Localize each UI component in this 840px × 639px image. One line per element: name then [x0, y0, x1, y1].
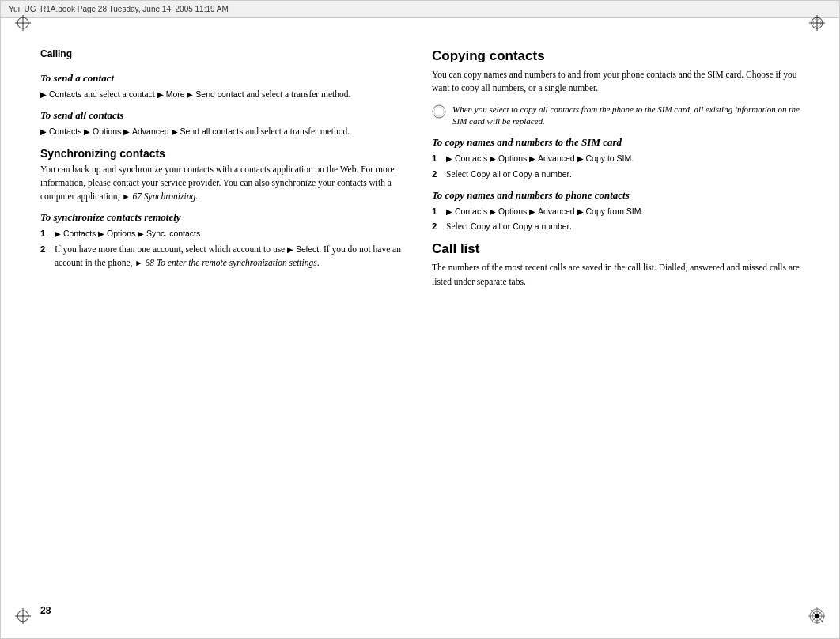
section-send-contact: To send a contact ▶ Contacts and select …	[40, 72, 408, 101]
sync-step-1: 1 ▶ Contacts ▶ Options ▶ Sync. contacts.	[40, 227, 408, 240]
copying-contacts-body: You can copy names and numbers to and fr…	[432, 68, 800, 96]
copy-from-sim-step-1: 1 ▶ Contacts ▶ Options ▶ Advanced ▶ Copy…	[432, 205, 800, 218]
section-synchronizing: Synchronizing contacts You can back up a…	[40, 147, 408, 204]
section-copy-from-sim: To copy names and numbers to phone conta…	[432, 189, 800, 234]
copy-to-sim-list: 1 ▶ Contacts ▶ Options ▶ Advanced ▶ Copy…	[432, 152, 800, 181]
synchronizing-title: Synchronizing contacts	[40, 147, 408, 160]
content-area: Calling To send a contact ▶ Contacts and…	[40, 25, 800, 599]
copy-from-sim-step-2: 2 Select Copy all or Copy a number.	[432, 220, 800, 233]
svg-point-17	[433, 105, 445, 118]
synchronizing-body: You can back up and synchronize your con…	[40, 163, 408, 204]
sync-remotely-list: 1 ▶ Contacts ▶ Options ▶ Sync. contacts.…	[40, 227, 408, 270]
copy-to-sim-step-1: 1 ▶ Contacts ▶ Options ▶ Advanced ▶ Copy…	[432, 152, 800, 165]
send-contact-body: ▶ Contacts and select a contact ▶ More ▶…	[40, 88, 408, 101]
copy-to-sim-step-2: 2 Select Copy all or Copy a number.	[432, 168, 800, 181]
left-column: Calling To send a contact ▶ Contacts and…	[40, 25, 408, 599]
send-all-contacts-title: To send all contacts	[40, 109, 408, 122]
call-list-body: The numbers of the most recent calls are…	[432, 261, 800, 289]
sync-remotely-title: To synchronize contacts remotely	[40, 211, 408, 224]
section-send-all-contacts: To send all contacts ▶ Contacts ▶ Option…	[40, 109, 408, 138]
section-copying-contacts: Copying contacts You can copy names and …	[432, 48, 800, 96]
send-all-contacts-body: ▶ Contacts ▶ Options ▶ Advanced ▶ Send a…	[40, 125, 408, 138]
header-bar: Yui_UG_R1A.book Page 28 Tuesday, June 14…	[1, 1, 839, 18]
page-container: Yui_UG_R1A.book Page 28 Tuesday, June 14…	[0, 0, 840, 639]
note-box: When you select to copy all contacts fro…	[432, 104, 800, 129]
note-icon	[432, 104, 446, 119]
call-list-heading: Call list	[432, 241, 800, 257]
calling-heading: Calling	[40, 48, 408, 59]
sync-step-2: 2 If you have more than one account, sel…	[40, 243, 408, 270]
section-sync-remotely: To synchronize contacts remotely 1 ▶ Con…	[40, 211, 408, 270]
copy-from-sim-list: 1 ▶ Contacts ▶ Options ▶ Advanced ▶ Copy…	[432, 205, 800, 234]
right-column: Copying contacts You can copy names and …	[432, 25, 800, 599]
copy-from-sim-title: To copy names and numbers to phone conta…	[432, 189, 800, 202]
send-contact-title: To send a contact	[40, 72, 408, 85]
header-text: Yui_UG_R1A.book Page 28 Tuesday, June 14…	[9, 5, 229, 13]
page-number: 28	[40, 605, 51, 616]
note-text: When you select to copy all contacts fro…	[452, 104, 800, 129]
section-call-list: Call list The numbers of the most recent…	[432, 241, 800, 289]
section-copy-to-sim: To copy names and numbers to the SIM car…	[432, 136, 800, 181]
copy-to-sim-title: To copy names and numbers to the SIM car…	[432, 136, 800, 149]
svg-point-18	[434, 107, 444, 116]
copying-contacts-heading: Copying contacts	[432, 48, 800, 64]
